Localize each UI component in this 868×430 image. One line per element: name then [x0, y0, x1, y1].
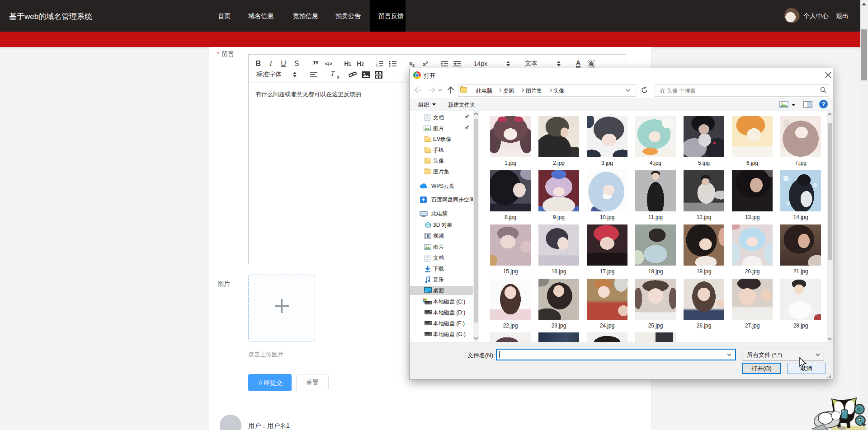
- svg-text:©: ©: [857, 406, 862, 413]
- svg-text:3: 3: [376, 65, 377, 67]
